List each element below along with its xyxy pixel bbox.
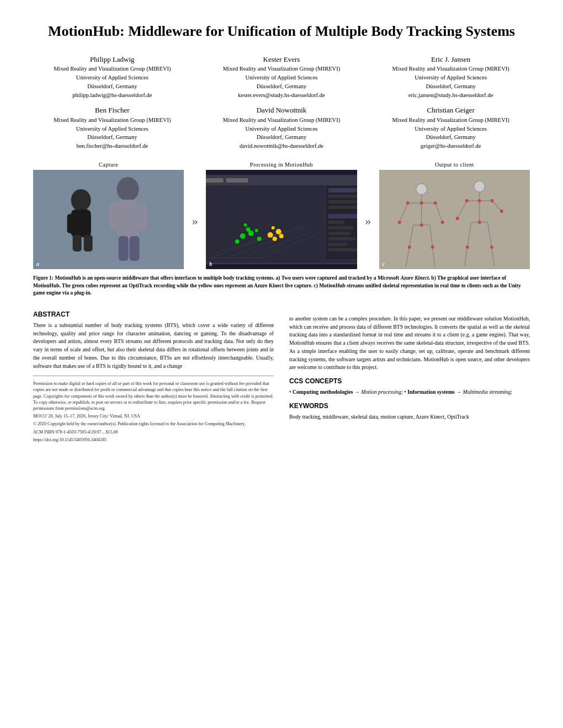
author-4-institution: University of Applied Sciences (33, 125, 192, 133)
figure-panel-c: Output to client (379, 162, 530, 269)
author-1-institution: University of Applied Sciences (33, 73, 192, 82)
author-6-name: Christian Geiger (371, 105, 530, 116)
figure-label-b: Processing in MotionHub (206, 162, 357, 168)
footnote-divider (33, 376, 274, 376)
author-3-location: Düsseldorf, Germany (371, 82, 530, 91)
svg-rect-11 (119, 236, 129, 261)
author-1-group: Mixed Reality and Visualization Group (M… (33, 65, 192, 73)
authors-grid: Philipp Ladwig Mixed Reality and Visuali… (33, 54, 530, 151)
figure-panel-b: Processing in MotionHub (206, 162, 357, 269)
author-6-location: Düsseldorf, Germany (371, 133, 530, 142)
svg-point-77 (477, 199, 481, 202)
author-3-email: eric.jansen@study.hs-duesseldorf.de (371, 91, 530, 100)
ccs-title: CCS CONCEPTS (289, 377, 530, 385)
footnote: Permission to make digital or hard copie… (33, 381, 274, 443)
svg-point-65 (407, 245, 411, 249)
figure-section: Capture (33, 162, 530, 297)
svg-rect-44 (328, 232, 350, 235)
svg-point-1 (71, 189, 91, 211)
author-1-email: philipp.ladwig@hs-duesseldorf.de (33, 91, 192, 100)
keywords-title: KEYWORDS (289, 402, 530, 410)
figure-image-b: b (206, 170, 357, 269)
author-3: Eric J. Jansen Mixed Reality and Visuali… (371, 54, 530, 100)
svg-point-29 (255, 229, 258, 232)
author-4-location: Düsseldorf, Germany (33, 133, 192, 142)
figure-caption: Figure 1: MotionHub is an open-source mi… (33, 275, 530, 297)
author-6-institution: University of Applied Sciences (371, 125, 530, 133)
svg-point-64 (419, 223, 423, 227)
author-5-location: Düsseldorf, Germany (203, 133, 361, 142)
svg-rect-38 (328, 195, 357, 198)
svg-point-32 (276, 229, 282, 234)
svg-point-59 (419, 201, 423, 205)
svg-point-33 (273, 237, 277, 241)
figure-image-c: c (379, 170, 530, 269)
author-2-name: Kester Evers (203, 54, 361, 65)
svg-point-78 (465, 199, 468, 202)
svg-rect-9 (109, 203, 119, 231)
svg-rect-8 (117, 200, 139, 238)
right-column: to another system can be a complex proce… (289, 305, 530, 445)
figure-label-a: Capture (33, 162, 184, 168)
svg-rect-5 (73, 235, 82, 251)
svg-point-79 (490, 199, 493, 202)
author-1: Philipp Ladwig Mixed Reality and Visuali… (33, 54, 192, 100)
svg-rect-46 (328, 243, 348, 246)
author-5: David Nowottnik Mixed Reality and Visual… (203, 105, 361, 151)
abstract-title: ABSTRACT (33, 311, 274, 318)
author-2-group: Mixed Reality and Visualization Group (M… (203, 65, 361, 73)
author-2-location: Düsseldorf, Germany (203, 82, 361, 91)
svg-rect-37 (328, 188, 357, 192)
svg-point-67 (474, 181, 485, 192)
figure-images: Capture (33, 162, 530, 269)
svg-point-28 (246, 227, 251, 232)
author-5-institution: University of Applied Sciences (203, 125, 361, 133)
svg-rect-39 (328, 200, 357, 204)
figure-panel-a: Capture (33, 162, 184, 269)
arrow-2: » (357, 174, 379, 269)
keywords-text: Body tracking, middleware, skeletal data… (289, 413, 530, 421)
figure-sublabel-b: b (209, 261, 212, 267)
svg-point-34 (279, 234, 284, 238)
author-3-name: Eric J. Jansen (371, 54, 530, 65)
svg-point-30 (244, 223, 247, 227)
svg-rect-47 (328, 248, 357, 251)
svg-point-63 (440, 221, 444, 224)
figure-image-a: a (33, 170, 184, 269)
author-5-name: David Nowottnik (203, 105, 361, 116)
svg-point-80 (455, 217, 459, 220)
svg-point-49 (416, 184, 427, 195)
svg-point-27 (235, 239, 240, 244)
svg-rect-10 (137, 203, 147, 231)
svg-point-24 (240, 233, 246, 239)
author-3-institution: University of Applied Sciences (371, 73, 530, 82)
author-4-name: Ben Fischer (33, 105, 192, 116)
author-6-group: Mixed Reality and Visualization Group (M… (371, 116, 530, 125)
svg-rect-3 (67, 214, 78, 233)
author-6-email: geiger@hs-duesseldorf.de (371, 142, 530, 151)
svg-point-61 (433, 201, 437, 205)
svg-rect-43 (328, 226, 353, 229)
svg-rect-45 (328, 237, 356, 240)
author-4-email: ben.fischer@hs-duesseldorf.de (33, 142, 192, 151)
svg-rect-4 (80, 214, 91, 233)
abstract-text-left: There is a substantial number of body tr… (33, 322, 274, 370)
page-title: MotionHub: Middleware for Unification of… (33, 22, 530, 41)
ccs-text: • Computing methodologies → Motion proce… (289, 388, 530, 397)
svg-rect-41 (328, 214, 357, 218)
author-4: Ben Fischer Mixed Reality and Visualizat… (33, 105, 192, 151)
figure-label-c: Output to client (379, 162, 530, 168)
author-5-email: david.nowottnik@hs-duesseldorf.de (203, 142, 361, 151)
author-6: Christian Geiger Mixed Reality and Visua… (371, 105, 530, 151)
svg-point-62 (397, 221, 401, 224)
svg-rect-48 (379, 170, 530, 269)
svg-rect-40 (328, 206, 357, 209)
svg-point-7 (117, 177, 139, 201)
abstract-text-right: to another system can be a complex proce… (289, 315, 530, 372)
author-5-group: Mixed Reality and Visualization Group (M… (203, 116, 361, 125)
svg-point-31 (268, 232, 273, 238)
author-2: Kester Evers Mixed Reality and Visualiza… (203, 54, 361, 100)
left-column: ABSTRACT There is a substantial number o… (33, 305, 274, 445)
figure-sublabel-a: a (36, 261, 39, 267)
figure-sublabel-c: c (383, 261, 385, 267)
